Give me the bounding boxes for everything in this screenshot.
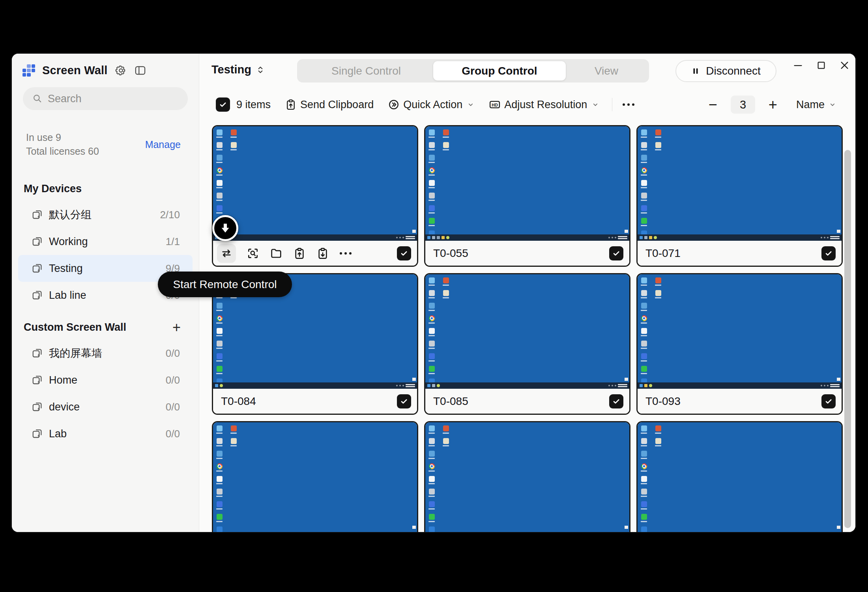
quick-action-button[interactable]: Quick Action (388, 99, 475, 111)
folder-icon[interactable] (270, 247, 282, 260)
qq-icon (428, 328, 435, 336)
increase-columns-button[interactable]: + (766, 98, 780, 111)
my-computer-icon (641, 129, 647, 138)
main-header: Testing Single Control Group Control Vie… (199, 59, 855, 83)
device-screen-thumbnail[interactable] (213, 126, 417, 241)
device-screen-thumbnail[interactable] (425, 274, 629, 389)
manage-link[interactable]: Manage (145, 139, 181, 150)
adjust-resolution-button[interactable]: HD Adjust Resolution (489, 99, 599, 111)
pause-icon (691, 67, 700, 75)
scan-search-icon[interactable] (247, 247, 259, 260)
recycle-bin-icon (428, 290, 435, 298)
sidebar-item[interactable]: Lab 0/0 (18, 420, 193, 447)
qq-icon (216, 476, 223, 484)
sort-by-dropdown[interactable]: Name (796, 99, 836, 111)
collapse-sidebar-icon[interactable] (134, 64, 146, 77)
recycle-bin-icon (216, 438, 223, 446)
device-group-icon (32, 374, 43, 386)
device-tile[interactable] (212, 421, 418, 532)
device-tile[interactable]: T0-093 (636, 273, 843, 415)
device-tile[interactable] (636, 421, 843, 532)
device-screen-thumbnail[interactable] (425, 422, 629, 532)
toolbox-icon (230, 129, 237, 138)
send-clipboard-button[interactable]: Send Clipboard (285, 99, 374, 111)
desktop-notification-dot (837, 526, 840, 529)
toolbox-icon (655, 277, 661, 286)
gallery-icon (641, 303, 647, 311)
toolbox-icon (655, 129, 661, 138)
device-group-icon (32, 262, 43, 274)
vertical-scrollbar[interactable] (844, 150, 851, 528)
sidebar-item[interactable]: 默认分组 2/10 (18, 201, 193, 228)
qq-icon (216, 328, 223, 336)
sidebar-item[interactable]: Home 0/0 (18, 367, 193, 393)
clipboard-up-icon[interactable] (293, 247, 306, 260)
thumbnail-taskbar (213, 382, 417, 389)
gallery-icon (428, 155, 435, 163)
sidebar-item[interactable]: 我的屏幕墙 0/0 (18, 340, 193, 367)
group-title[interactable]: Testing (211, 63, 266, 76)
device-tile[interactable] (424, 421, 630, 532)
clipboard-up-icon (285, 99, 297, 111)
decrease-columns-button[interactable]: − (706, 98, 720, 111)
gallery-icon (216, 155, 223, 163)
device-screen-thumbnail[interactable] (638, 422, 842, 532)
tile-more-button[interactable] (340, 252, 352, 255)
wechat-icon (641, 218, 647, 226)
device-tile[interactable]: T0-085 (424, 273, 630, 415)
sidebar-item[interactable]: Working 1/1 (18, 228, 193, 255)
sidebar-item-count: 0/0 (166, 428, 180, 440)
qq-icon (428, 180, 435, 188)
tile-checkbox[interactable] (609, 246, 623, 260)
dropbox-icon (216, 501, 223, 510)
hd-icon: HD (489, 99, 501, 111)
device-tile[interactable]: T0-055 (424, 125, 630, 267)
device-screen-thumbnail[interactable] (638, 274, 842, 389)
start-remote-control-button[interactable] (217, 244, 236, 263)
recycle-bin-icon (641, 438, 647, 446)
my-computer-icon (428, 129, 435, 138)
settings-gear-icon[interactable] (115, 64, 127, 77)
clipboard-down-icon[interactable] (316, 247, 329, 260)
notes-icon (443, 290, 449, 298)
tile-checkbox[interactable] (397, 394, 411, 408)
chevron-down-icon (591, 101, 599, 109)
tab-single-control[interactable]: Single Control (299, 61, 433, 81)
tile-checkbox[interactable] (397, 246, 411, 260)
add-screen-wall-button[interactable]: + (172, 324, 181, 332)
wechat-icon (216, 366, 223, 374)
chevron-down-icon (467, 101, 475, 109)
device-tile[interactable]: T0-071 (636, 125, 843, 267)
meeting-app-icon (216, 489, 223, 497)
device-screen-thumbnail[interactable] (638, 126, 842, 241)
maximize-icon[interactable] (816, 60, 827, 71)
close-icon[interactable] (839, 60, 850, 71)
device-screen-thumbnail[interactable] (213, 422, 417, 532)
device-screen-thumbnail[interactable] (425, 126, 629, 241)
meeting-app-icon (428, 193, 435, 201)
meeting-app-icon (641, 341, 647, 349)
tile-checkbox[interactable] (821, 246, 836, 260)
license-in-use: In use 9 (26, 131, 99, 144)
section-title-my-devices: My Devices (24, 183, 188, 195)
search-input[interactable]: Search (23, 87, 188, 110)
gallery-icon (641, 451, 647, 459)
sidebar-item[interactable]: device 0/0 (18, 393, 193, 420)
minimize-icon[interactable] (793, 60, 803, 71)
tile-checkbox[interactable] (609, 394, 623, 408)
custom-screen-wall-list: 我的屏幕墙 0/0 Home 0/0 device 0/0 Lab 0/0 (12, 340, 199, 447)
meeting-app-icon (428, 341, 435, 349)
tab-view[interactable]: View (566, 61, 647, 81)
recycle-bin-icon (428, 142, 435, 150)
device-tile[interactable] (212, 125, 418, 267)
more-actions-button[interactable] (623, 103, 634, 106)
tab-group-control[interactable]: Group Control (433, 61, 566, 81)
select-all-checkbox[interactable] (216, 97, 230, 112)
disconnect-button[interactable]: Disconnect (675, 60, 776, 82)
meeting-app-icon (216, 341, 223, 349)
gallery-icon (216, 303, 223, 311)
swap-arrows-icon (220, 247, 233, 260)
tile-checkbox[interactable] (821, 394, 836, 408)
window-controls (793, 60, 850, 71)
tooltip: Start Remote Control (158, 272, 292, 297)
